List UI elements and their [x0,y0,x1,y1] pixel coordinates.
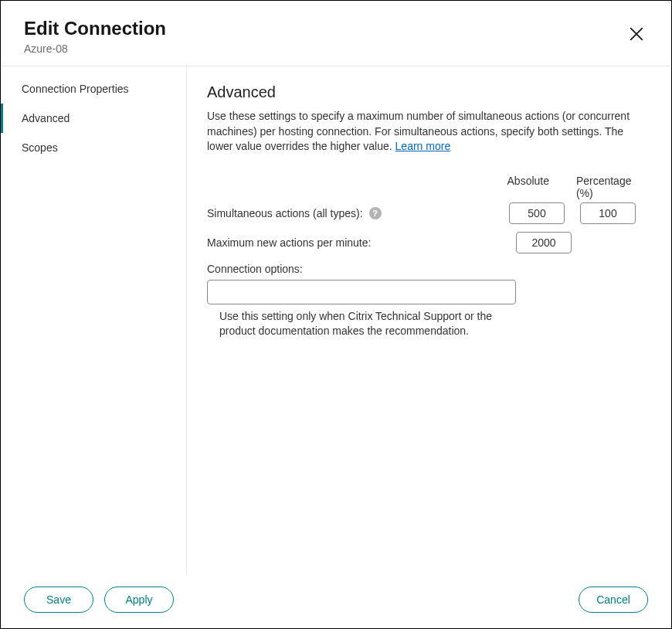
sidebar-item-advanced[interactable]: Advanced [1,104,186,133]
input-simultaneous-percentage[interactable] [580,202,636,224]
label-simultaneous-actions-text: Simultaneous actions (all types): [207,207,363,219]
footer-left: Save Apply [24,586,174,613]
dialog-subtitle: Azure-08 [24,42,166,55]
connection-options-block: Connection options: Use this setting onl… [207,263,651,339]
form-area: Absolute Percentage (%) Simultaneous act… [207,175,651,339]
column-header-percentage: Percentage (%) [576,175,651,199]
row-simultaneous-actions: Simultaneous actions (all types): ? [207,202,651,224]
cancel-button[interactable]: Cancel [579,586,648,613]
close-button[interactable] [625,22,648,49]
content-pane: Advanced Use these settings to specify a… [187,66,671,574]
dialog-footer: Save Apply Cancel [1,574,671,628]
input-simultaneous-absolute[interactable] [509,202,565,224]
label-simultaneous-actions: Simultaneous actions (all types): ? [207,207,509,219]
learn-more-link[interactable]: Learn more [395,140,451,152]
footer-right: Cancel [579,586,648,613]
label-max-new-actions: Maximum new actions per minute: [207,236,516,249]
row-max-new-actions: Maximum new actions per minute: [207,232,651,253]
column-header-absolute: Absolute [507,175,576,199]
sidebar-item-connection-properties[interactable]: Connection Properties [1,74,186,104]
section-description: Use these settings to specify a maximum … [207,109,651,155]
edit-connection-dialog: Edit Connection Azure-08 Connection Prop… [0,0,672,629]
column-spacer [207,175,507,199]
sidebar-item-scopes[interactable]: Scopes [1,133,186,162]
apply-button[interactable]: Apply [104,586,174,613]
input-max-new-absolute[interactable] [516,232,572,253]
label-max-new-actions-text: Maximum new actions per minute: [207,236,371,249]
dialog-header: Edit Connection Azure-08 [1,1,671,66]
help-icon[interactable]: ? [369,207,382,219]
section-title: Advanced [207,83,651,101]
close-icon [628,26,645,42]
dialog-title: Edit Connection [24,18,166,39]
sidebar: Connection Properties Advanced Scopes [1,66,187,574]
column-headers: Absolute Percentage (%) [207,175,651,199]
header-text: Edit Connection Azure-08 [24,18,166,55]
connection-options-hint: Use this setting only when Citrix Techni… [207,309,516,339]
save-button[interactable]: Save [24,586,93,613]
dialog-body: Connection Properties Advanced Scopes Ad… [1,66,671,574]
label-connection-options: Connection options: [207,263,651,275]
input-connection-options[interactable] [207,280,516,304]
